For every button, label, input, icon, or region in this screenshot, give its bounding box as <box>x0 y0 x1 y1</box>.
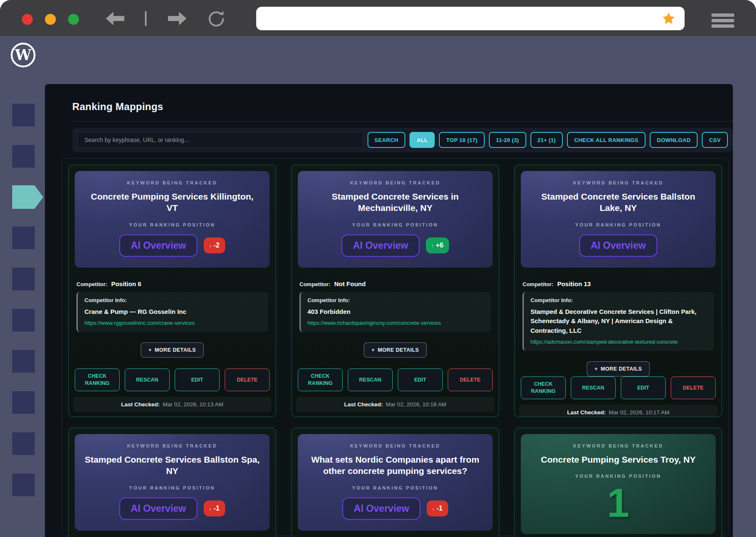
bookmark-star-icon[interactable] <box>662 12 675 25</box>
keyword-hero: KEYWORD BEING TRACKEDStamped Concrete Se… <box>298 171 493 268</box>
ai-overview-button[interactable]: AI Overview <box>119 498 197 520</box>
url-input[interactable] <box>256 14 662 23</box>
last-checked-value: Mar 02, 2026, 10:17 AM <box>609 409 669 416</box>
competitor-info-label: Competitor Info: <box>84 297 261 303</box>
sidebar-item[interactable] <box>12 350 35 373</box>
keyword-tracked-label: KEYWORD BEING TRACKED <box>530 443 706 448</box>
competitor-name: Stamped & Decorative Concrete Services |… <box>530 307 707 336</box>
sidebar-item[interactable] <box>12 226 35 249</box>
competitor-info-box: Competitor Info:Crane & Pump — RG Gossel… <box>76 292 268 332</box>
more-details-button[interactable]: +MORE DETAILS <box>141 342 203 358</box>
filter-11-20-button[interactable]: 11-20 (3) <box>489 132 526 148</box>
search-input[interactable] <box>77 132 363 148</box>
ai-overview-button[interactable]: AI Overview <box>341 234 420 257</box>
browser-window: W Ranking Mappings SEARCH ALL TOP 10 (17… <box>0 0 756 537</box>
down-arrow-icon: ↓ <box>209 506 212 511</box>
sidebar-item[interactable] <box>12 104 35 126</box>
ranking-position-label: YOUR RANKING POSITION <box>307 222 483 227</box>
position-row: AI Overview↓-1 <box>307 498 483 520</box>
filter-top10-button[interactable]: TOP 10 (17) <box>439 132 484 148</box>
delete-button[interactable]: DELETE <box>225 369 270 391</box>
last-checked-label: Last Checked: <box>121 401 160 408</box>
filter-21plus-button[interactable]: 21+ (1) <box>530 132 563 148</box>
sidebar-active-item-arrow[interactable] <box>12 185 43 209</box>
sidebar-item[interactable] <box>12 268 35 290</box>
delete-button[interactable]: DELETE <box>671 376 716 399</box>
competitor-url-link[interactable]: https://www.richardspavingincny.com/conc… <box>307 320 484 326</box>
sidebar-item[interactable] <box>12 391 35 414</box>
ranking-card: KEYWORD BEING TRACKEDConcrete Pumping Se… <box>68 165 276 417</box>
rank-change-badge: ↓-2 <box>204 237 225 253</box>
maximize-window-button[interactable] <box>68 14 79 25</box>
up-arrow-icon: ↑ <box>431 243 434 248</box>
main-panel: Ranking Mappings SEARCH ALL TOP 10 (17) … <box>45 84 733 537</box>
ranking-card: KEYWORD BEING TRACKEDStamped Concrete Se… <box>514 165 722 417</box>
csv-button[interactable]: CSV <box>702 132 728 148</box>
competitor-info-box: Competitor Info:403 Forbiddenhttps://www… <box>299 292 491 332</box>
keyword-title: Concrete Pumping Services Troy, NY <box>530 454 706 465</box>
ranking-card: KEYWORD BEING TRACKEDStamped Concrete Se… <box>68 428 276 537</box>
filter-toolbar: SEARCH ALL TOP 10 (17) 11-20 (3) 21+ (1)… <box>72 128 733 152</box>
position-row: AI Overview↑+6 <box>307 234 483 257</box>
plus-icon: + <box>148 347 152 353</box>
keyword-hero: KEYWORD BEING TRACKEDStamped Concrete Se… <box>75 434 270 531</box>
competitor-row: Competitor:Not Found <box>299 280 491 287</box>
minimize-window-button[interactable] <box>45 14 56 25</box>
sidebar-item[interactable] <box>12 432 35 455</box>
competitor-url-link[interactable]: https://www.rggosselininc.com/crane-serv… <box>84 320 261 326</box>
competitor-url-link[interactable]: https://adcmason.com/stamped-decorative-… <box>530 339 707 345</box>
competitor-label: Competitor: <box>299 281 331 287</box>
menu-icon[interactable] <box>711 13 734 28</box>
rescan-button[interactable]: RESCAN <box>125 369 170 391</box>
edit-button[interactable]: EDIT <box>621 376 666 399</box>
edit-button[interactable]: EDIT <box>175 369 220 391</box>
refresh-icon[interactable] <box>207 9 226 29</box>
rescan-button[interactable]: RESCAN <box>348 369 393 391</box>
competitor-position: Position 13 <box>557 280 591 287</box>
address-bar[interactable] <box>256 7 685 30</box>
filter-all-button[interactable]: ALL <box>410 132 435 148</box>
keyword-tracked-label: KEYWORD BEING TRACKED <box>84 180 260 185</box>
download-button[interactable]: DOWNLOAD <box>650 132 698 148</box>
title-divider <box>72 121 733 121</box>
ranking-position-label: YOUR RANKING POSITION <box>84 485 260 490</box>
keyword-hero: KEYWORD BEING TRACKEDConcrete Pumping Se… <box>521 434 716 534</box>
check-ranking-button[interactable]: CHECK RANKING <box>521 376 566 399</box>
competitor-position: Not Found <box>334 280 366 287</box>
forward-arrow-icon[interactable] <box>167 11 187 26</box>
down-arrow-icon: ↓ <box>432 506 435 511</box>
card-actions-row: CHECK RANKINGRESCANEDITDELETE <box>515 376 722 399</box>
more-details-label: MORE DETAILS <box>378 347 419 353</box>
close-window-button[interactable] <box>22 14 33 25</box>
ai-overview-button[interactable]: AI Overview <box>342 498 420 520</box>
keyword-title: Concrete Pumping Services Killington, VT <box>84 191 260 214</box>
rescan-button[interactable]: RESCAN <box>571 376 616 399</box>
competitor-row: Competitor:Position 6 <box>76 280 268 287</box>
competitor-name: Crane & Pump — RG Gosselin Inc <box>84 307 261 317</box>
ai-overview-button[interactable]: AI Overview <box>119 234 197 257</box>
check-all-rankings-button[interactable]: CHECK ALL RANKINGS <box>567 132 646 148</box>
search-button[interactable]: SEARCH <box>368 132 406 148</box>
more-details-button[interactable]: +MORE DETAILS <box>587 361 649 376</box>
position-row: AI Overview↓-1 <box>84 498 260 520</box>
sidebar-item[interactable] <box>12 474 35 496</box>
back-arrow-icon[interactable] <box>105 11 125 26</box>
check-ranking-button[interactable]: CHECK RANKING <box>75 369 120 391</box>
sidebar-item[interactable] <box>12 145 35 168</box>
page-title: Ranking Mappings <box>72 101 733 113</box>
wordpress-logo-icon[interactable]: W <box>10 42 36 68</box>
competitor-info-box: Competitor Info:Stamped & Decorative Con… <box>522 292 714 351</box>
competitor-info-label: Competitor Info: <box>530 297 707 303</box>
ai-overview-button[interactable]: AI Overview <box>579 234 657 257</box>
sidebar-item[interactable] <box>12 309 35 332</box>
last-checked-bar: Last Checked:Mar 02, 2026, 10:13 AM <box>73 397 271 412</box>
check-ranking-button[interactable]: CHECK RANKING <box>298 369 343 391</box>
browser-toolbar <box>0 0 756 36</box>
keyword-hero: KEYWORD BEING TRACKEDStamped Concrete Se… <box>521 171 716 268</box>
card-actions-row: CHECK RANKINGRESCANEDITDELETE <box>69 369 276 391</box>
keyword-title: Stamped Concrete Services Ballston Spa, … <box>84 454 260 477</box>
more-details-button[interactable]: +MORE DETAILS <box>364 342 426 358</box>
rank-change-badge: ↓-1 <box>204 500 225 516</box>
edit-button[interactable]: EDIT <box>398 369 443 391</box>
delete-button[interactable]: DELETE <box>448 369 493 391</box>
